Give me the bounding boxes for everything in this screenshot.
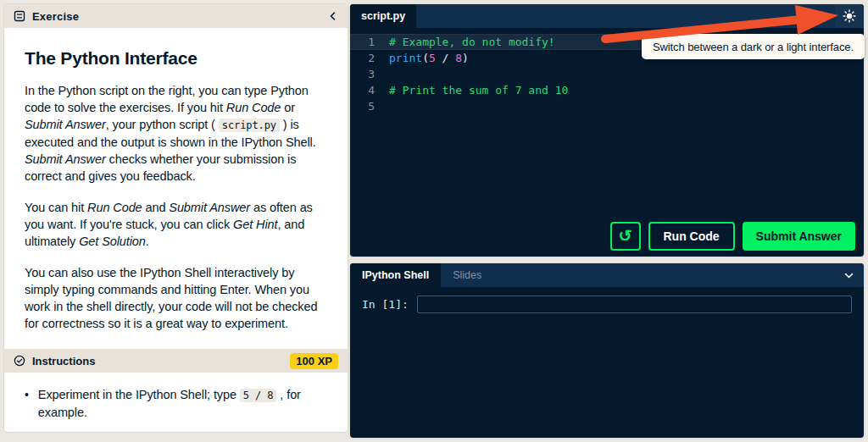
shell-tabs: IPython ShellSlides xyxy=(350,263,493,287)
collapse-panel-button[interactable] xyxy=(328,11,338,21)
code-text: # Example, do not modify! xyxy=(389,36,555,48)
shell-tab-slides[interactable]: Slides xyxy=(441,263,493,287)
shell-panel: IPython ShellSlides In [1]: xyxy=(350,263,864,438)
code-text: # Print the sum of 7 and 10 xyxy=(389,84,568,97)
datacamp-exercise-page: { "colors": { "navy": "#05192d", "green_… xyxy=(0,0,868,442)
shell-body: In [1]: xyxy=(350,287,864,313)
editor-tab-strip xyxy=(416,4,835,28)
code-line: 4# Print the sum of 7 and 10 xyxy=(350,82,864,98)
check-circle-icon xyxy=(14,355,25,367)
code-line: 5 xyxy=(350,98,864,114)
theme-tooltip: Switch between a dark or a light interfa… xyxy=(642,34,865,59)
shell-collapse-button[interactable] xyxy=(833,263,864,287)
undo-arrow-icon: ↺ xyxy=(619,228,632,244)
instructions-bullets: •Experiment in the IPython Shell; type 5… xyxy=(25,386,327,432)
shell-input[interactable] xyxy=(417,296,852,313)
page-title: The Python Interface xyxy=(25,48,327,69)
bullet-dot: • xyxy=(25,386,29,421)
exercise-panel-header: Exercise xyxy=(4,4,348,28)
bullet-text: Experiment in the IPython Shell; type 5 … xyxy=(38,386,327,421)
exercise-document-icon xyxy=(14,10,25,22)
exercise-paragraphs: In the Python script on the right, you c… xyxy=(25,82,327,332)
chevron-down-icon xyxy=(843,270,854,281)
line-number: 1 xyxy=(350,36,389,48)
tab-script-py[interactable]: script.py xyxy=(350,4,416,28)
code-text: print(5 / 8) xyxy=(389,52,469,64)
exercise-paragraph: You can hit Run Code and Submit Answer a… xyxy=(25,199,327,250)
line-number: 5 xyxy=(350,100,389,113)
editor-buttons: ↺ Run Code Submit Answer xyxy=(610,222,856,251)
exercise-panel-title: Exercise xyxy=(32,10,79,23)
reset-code-button[interactable]: ↺ xyxy=(610,222,641,251)
run-code-button[interactable]: Run Code xyxy=(648,222,735,251)
shell-tab-ipython-shell[interactable]: IPython Shell xyxy=(350,263,441,287)
theme-toggle-button[interactable] xyxy=(835,4,864,28)
submit-answer-button[interactable]: Submit Answer xyxy=(743,222,855,251)
shell-tab-bar: IPython ShellSlides xyxy=(350,263,864,287)
chevron-left-icon xyxy=(328,11,338,21)
sun-icon xyxy=(843,9,856,23)
exercise-paragraph: You can also use the IPython Shell inter… xyxy=(25,264,327,332)
inline-code: 5 / 8 xyxy=(240,389,277,402)
line-number: 4 xyxy=(350,84,389,97)
instructions-title: Instructions xyxy=(32,355,95,367)
instruction-bullet: •Experiment in the IPython Shell; type 5… xyxy=(25,386,327,421)
xp-badge: 100 XP xyxy=(290,353,338,369)
code-line: 3 xyxy=(350,66,864,82)
line-number: 3 xyxy=(350,68,389,80)
line-number: 2 xyxy=(350,52,389,64)
exercise-panel: Exercise The Python Interface In the Pyt… xyxy=(4,4,348,432)
exercise-paragraph: In the Python script on the right, you c… xyxy=(25,82,327,185)
inline-code: script.py xyxy=(219,119,280,132)
shell-prompt: In [1]: xyxy=(362,298,409,311)
instructions-header: Instructions 100 XP xyxy=(4,349,348,373)
exercise-body: The Python Interface In the Python scrip… xyxy=(4,28,348,432)
editor-tab-bar: script.py xyxy=(350,4,864,28)
